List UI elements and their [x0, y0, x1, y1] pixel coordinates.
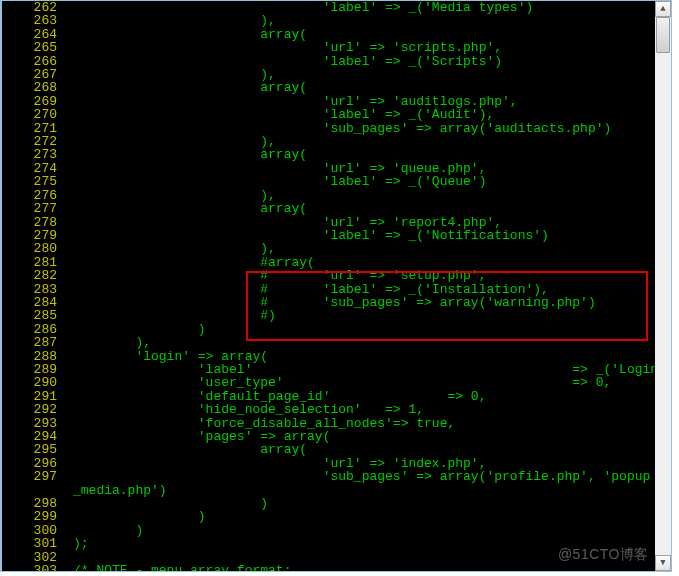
- watermark-text: @51CTO博客: [558, 546, 649, 564]
- code-line: 280 ),: [2, 242, 655, 255]
- code-text: 'url' => 'queue.php',: [73, 162, 486, 175]
- code-text: );: [73, 537, 89, 550]
- code-text: 'label' => _('Scripts'): [73, 55, 502, 68]
- code-text: 'user_type' => 0,: [73, 376, 611, 389]
- code-text: # 'sub_pages' => array('warning.php'): [73, 296, 596, 309]
- code-text: 'hide_node_selection' => 1,: [73, 403, 424, 416]
- code-text: ),: [73, 242, 276, 255]
- chevron-up-icon: ▲: [660, 4, 665, 14]
- line-number: 277: [2, 202, 57, 215]
- line-number: 280: [2, 242, 57, 255]
- code-text: 'label' => _('Queue'): [73, 175, 486, 188]
- code-text: 'url' => 'auditlogs.php',: [73, 95, 518, 108]
- code-line: 303/* NOTE - menu array format:: [2, 564, 655, 572]
- code-line: 282 # 'url' => 'setup.php',: [2, 269, 655, 282]
- line-number: 302: [2, 551, 57, 564]
- line-number: 295: [2, 443, 57, 456]
- code-text: _media.php'): [73, 484, 167, 497]
- code-line: 278 'url' => 'report4.php',: [2, 216, 655, 229]
- line-number: 285: [2, 309, 57, 322]
- code-line: 292 'hide_node_selection' => 1,: [2, 403, 655, 416]
- code-text: 'force_disable_all_nodes'=> true,: [73, 417, 455, 430]
- code-line: 271 'sub_pages' => array('auditacts.php'…: [2, 122, 655, 135]
- line-number: 297: [2, 470, 57, 483]
- code-text: 'label' => _('Audit'),: [73, 108, 494, 121]
- code-line: 286 ): [2, 323, 655, 336]
- code-line: 277 array(: [2, 202, 655, 215]
- vertical-scrollbar[interactable]: ▲ ▼: [655, 1, 671, 571]
- code-text: 'sub_pages' => array('profile.php', 'pop…: [73, 470, 650, 483]
- code-text: 'label' => _('Notifications'): [73, 229, 549, 242]
- line-number: 286: [2, 323, 57, 336]
- line-number: 272: [2, 135, 57, 148]
- line-number: 301: [2, 537, 57, 550]
- code-line: 299 ): [2, 510, 655, 523]
- code-line: 274 'url' => 'queue.php',: [2, 162, 655, 175]
- code-text: array(: [73, 81, 307, 94]
- line-number: 263: [2, 14, 57, 27]
- code-line: 290 'user_type' => 0,: [2, 376, 655, 389]
- line-number: 276: [2, 189, 57, 202]
- line-number: 273: [2, 148, 57, 161]
- line-number: 269: [2, 95, 57, 108]
- line-number: 292: [2, 403, 57, 416]
- code-text: 'label' => _('Login'),: [73, 363, 672, 376]
- line-number: 268: [2, 81, 57, 94]
- code-line: 270 'label' => _('Audit'),: [2, 108, 655, 121]
- code-line: 268 array(: [2, 81, 655, 94]
- code-text: 'pages' => array(: [73, 430, 330, 443]
- code-text: 'label' => _('Media types'): [73, 1, 533, 14]
- line-number: 300: [2, 524, 57, 537]
- code-text: ): [73, 497, 268, 510]
- code-line: 298 ): [2, 497, 655, 510]
- code-text: ),: [73, 336, 151, 349]
- code-text: array(: [73, 28, 307, 41]
- line-number: 288: [2, 350, 57, 363]
- code-line: 276 ),: [2, 189, 655, 202]
- code-editor[interactable]: 262 'label' => _('Media types')263 ),264…: [2, 1, 655, 571]
- scroll-down-button[interactable]: ▼: [655, 555, 671, 571]
- code-line: 296 'url' => 'index.php',: [2, 457, 655, 470]
- code-line: _media.php'): [2, 484, 655, 497]
- line-number: 281: [2, 256, 57, 269]
- code-line: 297 'sub_pages' => array('profile.php', …: [2, 470, 655, 483]
- line-number: 284: [2, 296, 57, 309]
- code-text: array(: [73, 148, 307, 161]
- scroll-up-button[interactable]: ▲: [655, 1, 671, 17]
- line-number: 290: [2, 376, 57, 389]
- code-text: array(: [73, 202, 307, 215]
- code-line: 275 'label' => _('Queue'): [2, 175, 655, 188]
- code-line: 291 'default_page_id' => 0,: [2, 390, 655, 403]
- code-text: #array(: [73, 256, 315, 269]
- code-line: 267 ),: [2, 68, 655, 81]
- terminal-window: 262 'label' => _('Media types')263 ),264…: [0, 0, 672, 572]
- code-line: 294 'pages' => array(: [2, 430, 655, 443]
- code-line: 265 'url' => 'scripts.php',: [2, 41, 655, 54]
- code-text: ): [73, 323, 206, 336]
- line-number: 265: [2, 41, 57, 54]
- code-text: 'url' => 'report4.php',: [73, 216, 502, 229]
- line-number: 282: [2, 269, 57, 282]
- code-line: 300 ): [2, 524, 655, 537]
- scrollbar-thumb[interactable]: [656, 17, 670, 53]
- line-number: 262: [2, 1, 57, 14]
- code-line: 273 array(: [2, 148, 655, 161]
- code-line: 295 array(: [2, 443, 655, 456]
- code-line: 272 ),: [2, 135, 655, 148]
- code-text: ): [73, 524, 143, 537]
- code-text: ),: [73, 135, 276, 148]
- code-line: 283 # 'label' => _('Installation'),: [2, 283, 655, 296]
- code-text: 'sub_pages' => array('auditacts.php'): [73, 122, 611, 135]
- line-number: 287: [2, 336, 57, 349]
- line-number: 303: [2, 564, 57, 572]
- code-line: 279 'label' => _('Notifications'): [2, 229, 655, 242]
- line-number: 271: [2, 122, 57, 135]
- code-line: 262 'label' => _('Media types'): [2, 1, 655, 14]
- line-number: 267: [2, 68, 57, 81]
- code-line: 287 ),: [2, 336, 655, 349]
- line-number: 264: [2, 28, 57, 41]
- code-text: 'login' => array(: [73, 350, 268, 363]
- code-line: 281 #array(: [2, 256, 655, 269]
- line-number: 299: [2, 510, 57, 523]
- line-number: 298: [2, 497, 57, 510]
